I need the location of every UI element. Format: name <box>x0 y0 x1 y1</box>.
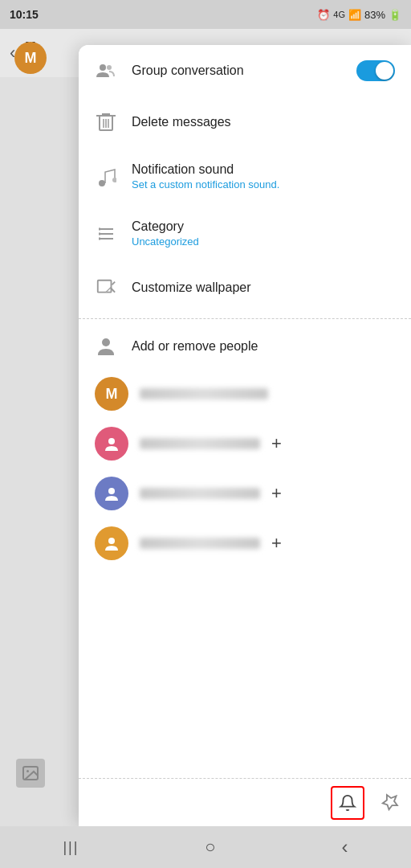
add-icon-2[interactable]: + <box>271 483 282 504</box>
delete-messages-item[interactable]: Delete messages <box>79 96 411 148</box>
signal-bars: 📶 <box>348 9 361 21</box>
svg-point-9 <box>112 178 116 182</box>
add-icon-3[interactable]: + <box>271 533 282 554</box>
trash-icon <box>95 111 117 133</box>
contact-row-3[interactable]: + <box>79 518 411 568</box>
svg-point-8 <box>99 180 105 186</box>
add-icon-1[interactable]: + <box>271 433 282 454</box>
category-icon <box>95 223 117 245</box>
svg-point-18 <box>102 338 110 346</box>
nav-back-icon[interactable]: ‹ <box>342 836 348 858</box>
contact-avatar-1 <box>95 427 128 461</box>
contact-name-2 <box>140 488 260 499</box>
notification-sound-text: Notification sound Set a custom notifica… <box>132 162 395 190</box>
customize-wallpaper-item[interactable]: Customize wallpaper <box>79 262 411 313</box>
person-icon <box>95 335 117 358</box>
notification-sound-item[interactable]: Notification sound Set a custom notifica… <box>79 148 411 205</box>
status-bar: 10:15 ⏰ 4G 📶 83% 🔋 <box>0 0 411 29</box>
category-item[interactable]: Category Uncategorized <box>79 205 411 262</box>
status-right: ⏰ 4G 📶 83% 🔋 <box>317 9 401 21</box>
section-divider-1 <box>79 318 411 319</box>
home-icon[interactable]: ○ <box>205 837 215 858</box>
svg-point-3 <box>107 65 112 70</box>
alarm-icon: ⏰ <box>317 9 330 21</box>
bell-button[interactable] <box>331 786 364 820</box>
contact-row-0[interactable]: M <box>79 369 411 419</box>
contact-row-2[interactable]: + <box>79 469 411 518</box>
svg-point-21 <box>108 538 115 544</box>
contact-name-3 <box>140 538 260 549</box>
people-section-label: Add or remove people <box>132 339 258 354</box>
group-conversation-toggle[interactable] <box>356 60 395 81</box>
svg-point-2 <box>100 64 106 71</box>
signal-icon: 4G <box>333 10 345 19</box>
bottom-sheet: Group conversation Delete messages <box>79 45 411 826</box>
svg-point-1 <box>26 770 29 772</box>
group-conversation-item[interactable]: Group conversation <box>79 45 411 96</box>
wallpaper-icon <box>95 276 117 299</box>
contact-avatar-2 <box>95 477 128 510</box>
svg-rect-16 <box>98 280 112 293</box>
bottom-actions-bar <box>79 778 411 826</box>
group-conversation-text: Group conversation <box>132 63 342 78</box>
group-icon <box>95 59 117 82</box>
category-text: Category Uncategorized <box>132 219 395 248</box>
battery-icon: 🔋 <box>389 9 401 21</box>
contact-avatar-3 <box>95 526 128 560</box>
toggle-knob <box>376 62 393 80</box>
nav-bar: ||| ○ ‹ <box>0 826 411 868</box>
contact-avatar-0: M <box>95 377 128 411</box>
customize-wallpaper-text: Customize wallpaper <box>132 280 395 295</box>
svg-point-20 <box>108 488 115 494</box>
contact-name-1 <box>140 438 260 449</box>
pin-button[interactable] <box>375 788 403 817</box>
contact-name-0 <box>140 388 268 399</box>
battery-label: 83% <box>364 9 385 21</box>
delete-messages-text: Delete messages <box>132 115 395 129</box>
music-icon <box>95 166 117 188</box>
status-time: 10:15 <box>10 8 39 21</box>
svg-line-17 <box>112 282 115 285</box>
svg-point-19 <box>108 438 115 444</box>
recent-apps-icon[interactable]: ||| <box>63 839 79 856</box>
contact-row-1[interactable]: + <box>79 419 411 469</box>
image-icon <box>16 759 45 788</box>
bg-avatar: M <box>14 42 47 74</box>
people-section-header: Add or remove people <box>79 324 411 369</box>
